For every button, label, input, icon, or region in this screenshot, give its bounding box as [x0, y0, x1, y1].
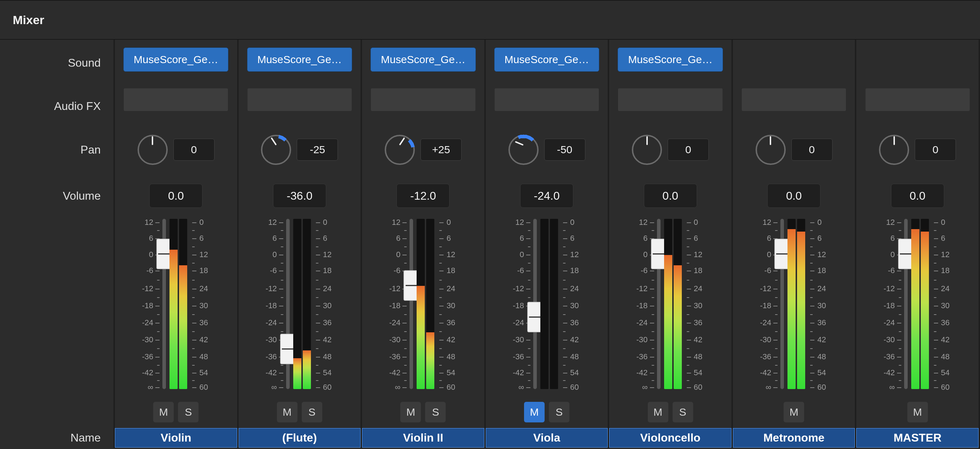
channel-metronome: 00.012·6·0·-6·-12·-18·-24·-30·-36·-42·∞0…: [732, 40, 855, 448]
volume-value[interactable]: -12.0: [396, 184, 450, 208]
mute-button[interactable]: M: [153, 402, 174, 422]
volume-value[interactable]: 0.0: [644, 184, 697, 208]
pan-cell: +25: [362, 127, 484, 173]
solo-button[interactable]: S: [549, 402, 570, 422]
volume-fader[interactable]: [533, 219, 537, 389]
audiofx-slot[interactable]: [741, 88, 846, 111]
audiofx-cell: [362, 86, 484, 127]
meter-scale-right: 0·6·12·18·24·30·36·42·48·54·60: [810, 219, 841, 389]
channel-name[interactable]: MASTER: [856, 428, 978, 447]
volume-fader[interactable]: [286, 219, 290, 389]
pan-value[interactable]: 0: [915, 139, 956, 161]
solo-button[interactable]: S: [178, 402, 199, 422]
channel-violoncello: MuseScore_Ge…00.012·6·0·-6·-12·-18·-24·-…: [608, 40, 732, 448]
pan-value[interactable]: +25: [420, 139, 461, 161]
audiofx-slot[interactable]: [247, 88, 352, 111]
fader-meter-cell: 12·6·0·-6·-12·-18·-24·-30·-36·-42·∞0·6·1…: [609, 219, 732, 396]
name-cell: Metronome: [733, 428, 855, 447]
sound-cell: MuseScore_Ge…: [115, 40, 237, 86]
sound-select[interactable]: MuseScore_Ge…: [247, 48, 352, 72]
mute-button[interactable]: M: [524, 402, 545, 422]
pan-value[interactable]: -25: [297, 139, 338, 161]
volume-value[interactable]: 0.0: [149, 184, 202, 208]
volume-value[interactable]: -36.0: [273, 184, 326, 208]
volume-fader[interactable]: [409, 219, 413, 389]
mute-button[interactable]: M: [400, 402, 421, 422]
mute-button[interactable]: M: [907, 402, 928, 422]
label-volume: Volume: [0, 173, 113, 219]
solo-button[interactable]: S: [673, 402, 693, 422]
fader-meter-cell: 12·6·0·-6·-12·-18·-24·-30·-36·-42·∞0·6·1…: [362, 219, 484, 396]
sound-cell: MuseScore_Ge…: [609, 40, 732, 86]
audiofx-slot[interactable]: [618, 88, 722, 111]
fader-meter-cell: 12·6·0·-6·-12·-18·-24·-30·-36·-42·∞0·6·1…: [239, 219, 361, 396]
level-meter: [169, 219, 187, 389]
pan-knob[interactable]: [879, 135, 909, 165]
fader-meter-cell: 12·6·0·-6·-12·-18·-24·-30·-36·-42·∞0·6·1…: [486, 219, 608, 396]
volume-fader[interactable]: [904, 219, 908, 389]
volume-value[interactable]: 0.0: [767, 184, 821, 208]
volume-fader[interactable]: [657, 219, 660, 389]
audiofx-slot[interactable]: [371, 88, 476, 111]
label-sound: Sound: [0, 40, 113, 86]
audiofx-slot[interactable]: [494, 88, 599, 111]
fader-scale-left: 12·6·0·-6·-12·-18·-24·-30·-36·-42·∞: [747, 219, 778, 389]
pan-value[interactable]: -50: [544, 139, 585, 161]
sound-select[interactable]: MuseScore_Ge…: [371, 48, 476, 72]
audiofx-cell: [733, 86, 855, 127]
mute-button[interactable]: M: [784, 402, 804, 422]
volume-fader[interactable]: [780, 219, 784, 389]
mixer-title: Mixer: [0, 0, 980, 40]
channel-name[interactable]: (Flute): [239, 428, 361, 447]
sound-select[interactable]: MuseScore_Ge…: [618, 48, 722, 72]
pan-knob[interactable]: [261, 135, 291, 165]
channel-name[interactable]: Violin II: [362, 428, 484, 447]
audiofx-cell: [115, 86, 237, 127]
meter-scale-right: 0·6·12·18·24·30·36·42·48·54·60: [563, 219, 593, 389]
level-meter: [911, 219, 929, 389]
label-meter-spacer: [0, 219, 113, 396]
audiofx-slot[interactable]: [865, 88, 970, 111]
mute-button[interactable]: M: [277, 402, 298, 422]
volume-fader[interactable]: [162, 219, 166, 389]
solo-button[interactable]: S: [425, 402, 446, 422]
fader-scale-left: 12·6·0·-6·-12·-18·-24·-30·-36·-42·∞: [376, 219, 407, 389]
audiofx-slot[interactable]: [123, 88, 228, 111]
pan-cell: 0: [856, 127, 978, 173]
mute-solo-cell: MS: [239, 396, 361, 428]
label-pan: Pan: [0, 127, 113, 173]
volume-value[interactable]: 0.0: [891, 184, 944, 208]
pan-knob[interactable]: [632, 135, 662, 165]
sound-select[interactable]: MuseScore_Ge…: [123, 48, 228, 72]
sound-cell: MuseScore_Ge…: [486, 40, 608, 86]
pan-knob[interactable]: [138, 135, 168, 165]
pan-value[interactable]: 0: [173, 139, 215, 161]
channel-name[interactable]: Violin: [115, 428, 237, 447]
volume-cell: -12.0: [362, 173, 484, 219]
fader-scale-left: 12·6·0·-6·-12·-18·-24·-30·-36·-42·∞: [500, 219, 530, 389]
level-meter: [664, 219, 682, 389]
fader-meter-cell: 12·6·0·-6·-12·-18·-24·-30·-36·-42·∞0·6·1…: [856, 219, 978, 396]
mute-solo-cell: MS: [115, 396, 237, 428]
fader-scale-left: 12·6·0·-6·-12·-18·-24·-30·-36·-42·∞: [624, 219, 654, 389]
fader-meter-cell: 12·6·0·-6·-12·-18·-24·-30·-36·-42·∞0·6·1…: [733, 219, 855, 396]
pan-value[interactable]: 0: [668, 139, 709, 161]
mute-button[interactable]: M: [648, 402, 668, 422]
sound-select[interactable]: MuseScore_Ge…: [494, 48, 599, 72]
name-cell: Violoncello: [609, 428, 732, 447]
channel-name[interactable]: Violoncello: [609, 428, 732, 447]
pan-knob[interactable]: [756, 135, 786, 165]
volume-cell: -24.0: [486, 173, 608, 219]
level-meter: [540, 219, 558, 389]
pan-knob[interactable]: [385, 135, 415, 165]
solo-button[interactable]: S: [302, 402, 322, 422]
audiofx-cell: [856, 86, 978, 127]
channel-violin-ii: MuseScore_Ge…+25-12.012·6·0·-6·-12·-18·-…: [361, 40, 484, 448]
pan-knob[interactable]: [508, 135, 539, 165]
channel-name[interactable]: Metronome: [733, 428, 855, 447]
pan-value[interactable]: 0: [791, 139, 832, 161]
channel-name[interactable]: Viola: [486, 428, 608, 447]
audiofx-cell: [239, 86, 361, 127]
volume-value[interactable]: -24.0: [520, 184, 573, 208]
sound-cell: MuseScore_Ge…: [239, 40, 361, 86]
